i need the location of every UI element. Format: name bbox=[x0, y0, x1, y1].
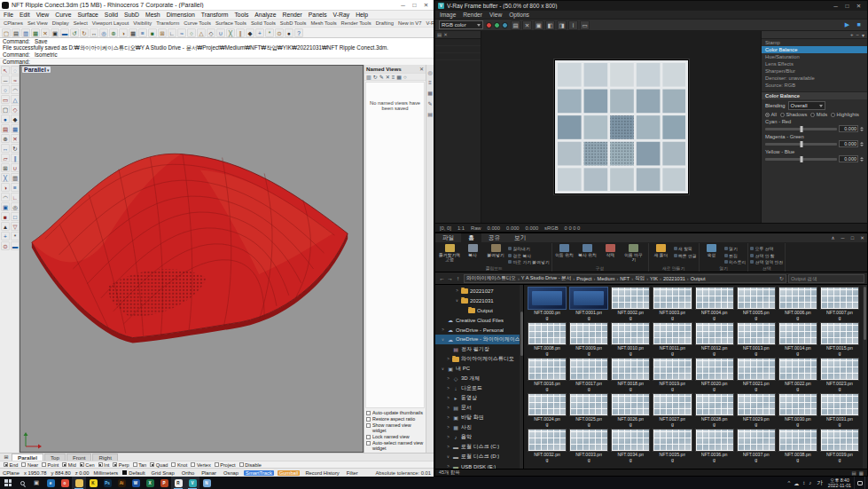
ungroup-icon[interactable]: ▬ bbox=[11, 241, 20, 250]
osnap-toggle[interactable]: Quad bbox=[150, 462, 168, 468]
clear-image-icon[interactable]: ✕ bbox=[522, 20, 532, 30]
checkbox[interactable] bbox=[239, 462, 244, 467]
file-item[interactable]: NFT.0008.png bbox=[528, 322, 567, 356]
tree-item[interactable]: > 3D 개체 bbox=[435, 374, 523, 383]
file-item[interactable]: NFT.0007.png bbox=[820, 287, 859, 320]
checkbox[interactable] bbox=[215, 462, 219, 467]
ribbon-small-button[interactable]: 선택 안 함 bbox=[750, 253, 783, 258]
tree-chevron-icon[interactable]: > bbox=[446, 396, 450, 400]
menu-item[interactable]: Render bbox=[283, 12, 302, 18]
slider-spinner[interactable] bbox=[860, 142, 864, 146]
breadcrumb-segment[interactable]: Project bbox=[576, 276, 591, 281]
slider-track[interactable] bbox=[765, 128, 837, 130]
ime-indicator[interactable]: 가 bbox=[814, 479, 825, 487]
layer-item[interactable]: Stamp bbox=[762, 39, 867, 46]
add-layer-icon[interactable]: + bbox=[850, 32, 854, 37]
pin-to-quick-access-button[interactable]: 즐겨찾기에 고정 bbox=[439, 243, 460, 262]
surface-tools-icon[interactable]: △ bbox=[197, 28, 206, 37]
file-item[interactable]: NFT.0030.png bbox=[778, 393, 817, 427]
osnap-toggle[interactable]: End bbox=[4, 462, 18, 468]
plane-icon[interactable]: ▢ bbox=[1, 105, 10, 114]
slider-handle[interactable] bbox=[800, 141, 802, 147]
array-icon[interactable]: ⊞ bbox=[1, 163, 10, 172]
osnap-toggle[interactable]: Point bbox=[42, 462, 59, 468]
current-layer[interactable]: Default bbox=[122, 470, 145, 476]
join-icon[interactable]: ∪ bbox=[11, 163, 20, 172]
notepad-icon[interactable]: N bbox=[199, 477, 214, 489]
ribbon-small-button[interactable]: 경로 복사 bbox=[508, 253, 550, 258]
ribbon-small-button[interactable]: 빠른 연결 bbox=[674, 253, 697, 258]
file-item[interactable]: NFT.0031.png bbox=[820, 393, 859, 427]
kakaotalk-icon[interactable]: K bbox=[86, 477, 100, 489]
osnap-toggle[interactable]: Mid bbox=[62, 462, 76, 468]
open-file-icon[interactable]: ▤ bbox=[12, 28, 20, 37]
slider-value[interactable]: 0.000 bbox=[839, 140, 858, 147]
search-input[interactable] bbox=[788, 274, 864, 283]
new-file-icon[interactable]: ▢ bbox=[2, 28, 11, 37]
file-item[interactable]: NFT.0032.png bbox=[528, 429, 567, 462]
menu-item[interactable]: Mesh bbox=[145, 12, 160, 18]
ribbon-small-button[interactable]: 편집 bbox=[724, 253, 747, 258]
group-icon[interactable]: ⊙ bbox=[1, 241, 10, 250]
checkbox[interactable] bbox=[150, 462, 154, 467]
thumbnail-view-icon[interactable]: ▦ bbox=[396, 74, 402, 80]
breadcrumb-segment[interactable]: YIK bbox=[650, 276, 658, 281]
tree-item[interactable]: > 다운로드 bbox=[435, 383, 523, 393]
explode-icon[interactable]: * bbox=[265, 28, 274, 37]
circle-tools-icon[interactable]: ○ bbox=[187, 28, 196, 37]
tree-scrollbar[interactable] bbox=[520, 285, 523, 469]
toolbar-tab[interactable]: Set View bbox=[27, 20, 48, 26]
ribbon-small-button[interactable]: 바로 가기 붙여넣기 bbox=[508, 259, 550, 264]
viewport-tab[interactable]: Parallel bbox=[12, 454, 43, 461]
pixel-information-icon[interactable]: i bbox=[568, 20, 578, 30]
chamfer-icon[interactable]: ∟ bbox=[11, 193, 20, 201]
ribbon-tab[interactable]: 보기 bbox=[507, 233, 533, 242]
menu-item[interactable]: Panels bbox=[309, 12, 327, 18]
checkbox[interactable] bbox=[171, 462, 176, 467]
file-item[interactable]: NFT.0006.png bbox=[778, 287, 817, 320]
units-label[interactable]: Millimeters bbox=[94, 470, 119, 476]
project-icon[interactable]: ▽ bbox=[11, 222, 20, 231]
word-icon[interactable]: W bbox=[129, 477, 143, 489]
save-named-view-icon[interactable]: ▥ bbox=[366, 74, 371, 80]
toolbar-tab[interactable]: Transform bbox=[156, 20, 179, 26]
toolbar-tab[interactable]: Visibility bbox=[133, 20, 152, 26]
menu-item[interactable]: Tools bbox=[234, 12, 248, 18]
torus-icon[interactable]: ◆ bbox=[11, 114, 20, 123]
render-canvas[interactable] bbox=[481, 31, 761, 223]
tree-chevron-icon[interactable]: > bbox=[441, 327, 445, 332]
copy-icon[interactable]: ▣ bbox=[51, 28, 59, 37]
osnap-toggle[interactable]: Perp bbox=[113, 462, 129, 468]
large-icons-view-icon[interactable]: ▦ bbox=[859, 470, 864, 476]
tree-item[interactable]: > 문서 bbox=[435, 403, 523, 413]
move-icon[interactable]: ↔ bbox=[1, 144, 10, 153]
hidden-icons-chevron[interactable]: ^ bbox=[788, 480, 791, 485]
back-button[interactable]: ← bbox=[438, 275, 446, 281]
red-channel-icon[interactable] bbox=[486, 22, 492, 28]
file-item[interactable]: NFT.0021.png bbox=[737, 358, 776, 391]
menu-item[interactable]: Render bbox=[463, 12, 482, 18]
slider-track[interactable] bbox=[765, 158, 837, 161]
tree-item[interactable]: 전자 필기장 bbox=[435, 344, 523, 354]
details-view-icon[interactable]: ▤ bbox=[852, 470, 856, 476]
object-properties-icon[interactable]: ■ bbox=[148, 28, 157, 37]
ribbon-tab[interactable]: 홈 bbox=[461, 233, 481, 242]
history-save-icon[interactable]: ▤ bbox=[437, 32, 442, 37]
file-item[interactable]: NFT.0005.png bbox=[737, 287, 776, 320]
tree-item[interactable]: ∨ 20221031 bbox=[435, 296, 523, 305]
layers-icon[interactable]: ≡ bbox=[138, 28, 147, 37]
menu-item[interactable]: View bbox=[489, 12, 502, 18]
layer-item[interactable]: Lens Effects bbox=[762, 60, 867, 67]
blend-icon[interactable]: ◑ bbox=[1, 183, 10, 192]
start-button[interactable] bbox=[1, 477, 15, 489]
illustrator-icon[interactable]: Ai bbox=[114, 477, 129, 489]
named-views-option[interactable]: Restore aspect ratio bbox=[366, 416, 424, 422]
properties-button[interactable]: 속성 bbox=[701, 243, 723, 257]
render-last-icon[interactable]: ▶ bbox=[842, 20, 852, 30]
breadcrumb-segment[interactable]: Medium bbox=[597, 276, 614, 281]
network-tray-icon[interactable]: ↕ bbox=[802, 480, 805, 485]
ripple-surface-3d[interactable] bbox=[20, 66, 363, 452]
slider-handle[interactable] bbox=[800, 126, 802, 132]
status-toggle[interactable]: SmartTrack bbox=[244, 470, 274, 476]
arc-icon[interactable]: ◠ bbox=[11, 85, 20, 94]
